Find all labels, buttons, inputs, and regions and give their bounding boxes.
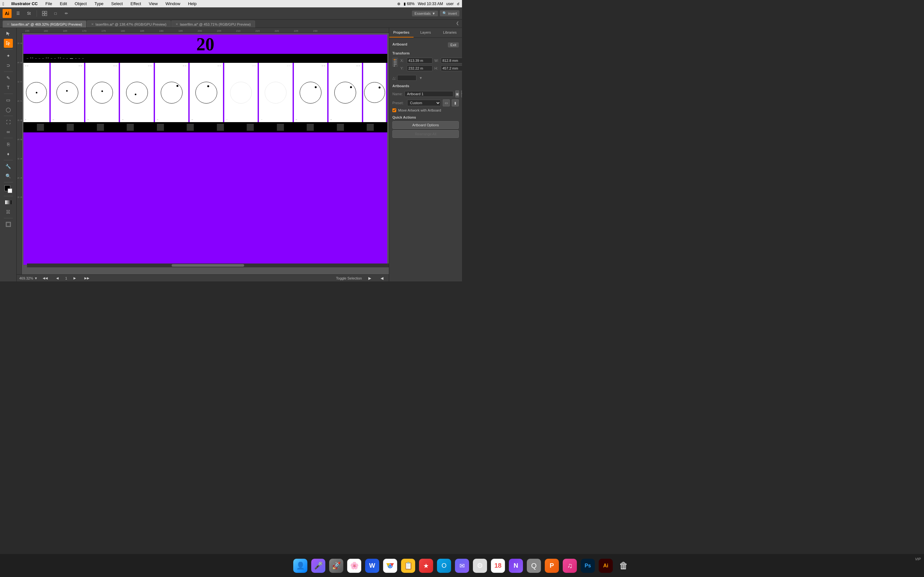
tab-1-label: laserfilm.ai* @ 469.32% (RGB/GPU Preview… [11,23,82,26]
essentials-dropdown[interactable]: Essentials ▼ [412,11,438,16]
prev-btn[interactable]: ◀ [53,274,62,282]
app-name[interactable]: Illustrator CC [9,1,39,6]
svg-rect-0 [42,11,44,13]
eye-dropper[interactable]: 🔧 [4,162,13,171]
color-swatches[interactable] [5,185,12,193]
background-color[interactable] [8,189,12,193]
artboards-title: Artboards [393,84,459,88]
menu-effect[interactable]: Effect [129,1,143,6]
frame-circle-8 [265,82,286,103]
menu-view[interactable]: View [147,1,160,6]
transform-tool[interactable]: ⛶ [4,118,13,127]
status-arrows[interactable]: ▶ [365,274,374,282]
y-input[interactable] [407,65,433,71]
blend-tool[interactable]: ∞ [4,127,13,136]
zoom-control[interactable]: 469.32% ▼ [19,276,37,280]
grid-icon [42,11,47,16]
tab-layers[interactable]: Layers [414,28,438,37]
artboard-settings-btn[interactable]: ▣ [455,90,459,97]
film-frame-2: – – – [51,63,86,122]
artboard-options-btn[interactable]: Artboard Options [393,121,459,129]
tab-2[interactable]: ✕ laserfilm.ai* @ 138.47% (RGB/GPU Previ… [87,21,171,27]
menu-select[interactable]: Select [110,1,125,6]
prev-page-btn[interactable]: ◀◀ [41,274,50,282]
menu-icon-btn[interactable]: ☰ [13,9,23,18]
artboard-tool-left[interactable] [4,220,13,229]
type-tool[interactable]: T [4,83,13,92]
angle-dropdown[interactable]: ▼ [419,76,423,80]
status-expand[interactable]: ◀ [377,274,386,282]
tab-3-close[interactable]: ✕ [176,23,178,26]
panels-collapse[interactable]: ❮ [453,19,462,27]
pattern-btn[interactable]: ☵ [4,207,13,216]
zoom-chevron[interactable]: ▼ [34,276,37,280]
panel-tabs: Properties Layers Libraries [389,28,462,38]
sprocket-sq-3 [97,124,104,131]
angle-row: △: ▼ [393,75,459,81]
tool-sep-7 [4,182,13,182]
artboard-delete-btn[interactable]: 🗑 [461,90,462,97]
ruler-corner [17,28,22,33]
film-frames-row: – – – – – – [23,63,387,122]
tab-3[interactable]: ✕ laserfilm.ai* @ 453.71% (RGB/GPU Previ… [171,21,255,27]
symbol-tool[interactable]: ♦ [4,149,13,158]
tab-2-label: laserfilm.ai* @ 138.47% (RGB/GPU Preview… [95,23,166,26]
gradient-btn[interactable] [4,198,13,207]
canvas-area[interactable]: 155 160 165 170 175 180 185 190 195 200 … [17,28,389,282]
film-frame-4: – – – [120,63,155,122]
lasso-tool[interactable]: ⊃ [4,61,13,70]
artboard: 20 – * * – – – * * – – * * – – — – [23,35,387,265]
film-number: 20 [196,34,214,55]
tab-1[interactable]: ✕ laserfilm.ai* @ 469.32% (RGB/GPU Previ… [3,21,86,27]
x-input[interactable] [407,58,433,63]
tab-properties[interactable]: Properties [389,28,414,37]
rearrange-all-btn[interactable]: Rearrange All [393,130,459,138]
horizontal-scrollbar[interactable] [27,263,389,268]
menu-file[interactable]: File [43,1,54,6]
next-page-btn[interactable]: ▶▶ [82,274,91,282]
w-input[interactable] [441,58,462,63]
pen-tool[interactable]: ✎ [4,73,13,82]
menu-type[interactable]: Type [92,1,105,6]
angle-input[interactable] [397,75,417,81]
search-box[interactable]: 🔍 invert [440,10,459,16]
quick-actions-title: Quick Actions [393,115,459,119]
preset-row: Preset: Custom ▭ ▮ [393,99,459,106]
zoom-tool[interactable]: 🔍 [4,171,13,181]
preset-landscape-btn[interactable]: ▭ [443,99,450,106]
preset-select[interactable]: Custom [407,100,441,106]
film-frame-1: – – – [23,63,51,122]
sprocket-sq-10 [307,124,314,131]
selection-tool[interactable] [4,29,13,38]
stroke-btn[interactable]: St [24,9,33,18]
grid-btn[interactable] [40,9,49,18]
tab-2-close[interactable]: ✕ [91,23,94,26]
scrollbar-thumb[interactable] [172,264,244,267]
menu-help[interactable]: Help [186,1,199,6]
direct-selection-tool[interactable] [4,39,13,48]
film-frame-11 [363,63,387,122]
artboard-btn[interactable]: □ [51,9,60,18]
artboard-name-input[interactable] [405,91,453,97]
transform-origin-picker[interactable] [393,58,398,67]
h-input[interactable] [441,65,462,71]
tab-1-close[interactable]: ✕ [7,23,9,26]
frame-circle-3 [91,82,113,103]
sprocket-bar-bottom [23,122,387,132]
search-icon[interactable]: ☌ [457,2,459,6]
apple-menu[interactable]:  [3,1,4,6]
exit-btn[interactable]: Exit [448,42,459,47]
ellipse-tool[interactable]: ◯ [4,105,13,114]
menu-window[interactable]: Window [164,1,182,6]
next-btn[interactable]: ▶ [70,274,79,282]
tab-libraries[interactable]: Libraries [438,28,462,37]
sprocket-sq-12 [367,124,374,131]
move-artwork-checkbox[interactable] [393,108,396,112]
pen-btn[interactable]: ✏ [62,9,71,18]
magic-wand[interactable]: ✦ [4,51,13,60]
rect-tool[interactable]: ▭ [4,95,13,105]
menu-edit[interactable]: Edit [58,1,69,6]
graph-tool[interactable]: ⎘ [4,140,13,149]
preset-portrait-btn[interactable]: ▮ [452,99,459,106]
menu-object[interactable]: Object [73,1,89,6]
